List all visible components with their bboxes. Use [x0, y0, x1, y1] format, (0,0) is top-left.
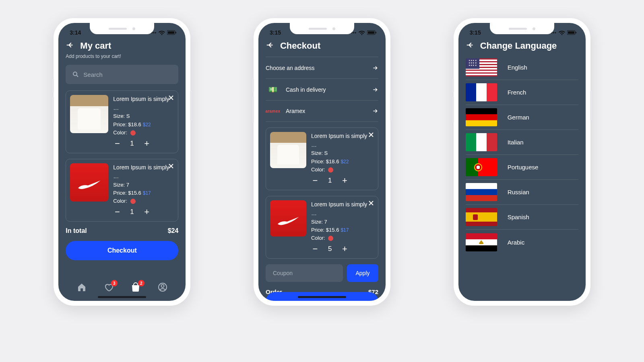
battery-icon — [367, 30, 377, 35]
svg-point-5 — [161, 285, 164, 288]
phone-checkout: 3:15 ••• Checkout Choose an address 💵 — [254, 18, 390, 306]
svg-rect-10 — [568, 31, 574, 34]
phone-cart: 3:14 ••• My cart Add products to your ca… — [54, 18, 190, 306]
language-row-spanish[interactable]: Spanish — [466, 205, 578, 230]
chevron-right-icon — [372, 65, 378, 71]
flag-ru — [466, 183, 497, 201]
coupon-input[interactable]: Coupon — [266, 264, 343, 282]
status-time: 3:15 — [270, 29, 281, 36]
color-swatch — [328, 236, 333, 241]
product-title: Lorem Ipsum is simply … — [113, 95, 174, 112]
qty-value: 1 — [130, 207, 134, 217]
flag-fr — [466, 83, 497, 101]
chevron-right-icon — [372, 86, 378, 93]
page-title: My cart — [80, 41, 111, 51]
qty-value: 1 — [328, 175, 332, 186]
option-shipping[interactable]: aramex Aramex — [266, 100, 378, 122]
total-value: $24 — [168, 227, 179, 234]
back-icon[interactable] — [66, 41, 74, 51]
qty-value: 1 — [130, 138, 134, 149]
cart-item: Lorem Ipsum is simply … Size: 7 Price: $… — [66, 159, 178, 222]
qty-increase[interactable]: + — [341, 245, 349, 253]
product-title: Lorem Ipsum is simply … — [113, 163, 174, 181]
search-placeholder: Search — [83, 71, 103, 78]
battery-icon — [167, 30, 177, 35]
product-thumb[interactable] — [70, 163, 108, 202]
svg-rect-2 — [175, 32, 176, 33]
language-row-german[interactable]: German — [466, 105, 578, 130]
product-thumb[interactable] — [270, 200, 306, 237]
nav-profile[interactable] — [158, 282, 167, 294]
home-icon — [77, 282, 87, 292]
flag-us — [466, 58, 497, 76]
status-time: 3:14 — [70, 29, 81, 36]
profile-icon — [158, 282, 167, 292]
qty-increase[interactable]: + — [341, 176, 349, 185]
product-thumb[interactable] — [270, 132, 306, 168]
bag-badge: 2 — [138, 280, 144, 286]
nav-home[interactable] — [77, 282, 87, 294]
flag-it — [466, 133, 497, 151]
flag-es — [466, 208, 497, 226]
svg-rect-8 — [376, 32, 376, 33]
qty-increase[interactable]: + — [143, 208, 151, 216]
notch — [90, 23, 154, 34]
checkout-item: Lorem Ipsum is simply … Size: 7 Price: $… — [266, 196, 378, 259]
wifi-icon — [159, 30, 165, 35]
svg-rect-1 — [168, 31, 174, 34]
language-row-arabic[interactable]: Arabic — [466, 230, 578, 255]
battery-icon — [567, 30, 577, 35]
color-swatch — [328, 167, 333, 173]
search-icon — [72, 71, 79, 78]
svg-point-3 — [73, 72, 77, 76]
wifi-icon — [559, 30, 565, 35]
search-input[interactable]: Search — [66, 65, 178, 84]
qty-decrease[interactable]: − — [113, 139, 121, 148]
product-title: Lorem Ipsum is simply … — [311, 132, 374, 149]
qty-increase[interactable]: + — [143, 139, 151, 148]
language-list: English French German Italian Portuguese — [466, 55, 578, 255]
svg-rect-7 — [368, 31, 374, 34]
page-title: Change Language — [480, 41, 557, 51]
option-address[interactable]: Choose an address — [266, 57, 378, 78]
language-row-english[interactable]: English — [466, 55, 578, 80]
chevron-right-icon — [372, 108, 378, 114]
back-icon[interactable] — [266, 41, 275, 51]
home-indicator[interactable] — [98, 296, 146, 298]
remove-icon[interactable] — [168, 95, 174, 102]
qty-decrease[interactable]: − — [113, 208, 121, 216]
wifi-icon — [359, 30, 365, 35]
cart-item: Lorem Ipsum is simply … Size: S Price: $… — [66, 90, 178, 153]
flag-pt — [466, 158, 497, 176]
qty-decrease[interactable]: − — [311, 176, 319, 185]
language-row-french[interactable]: French — [466, 80, 578, 105]
checkout-button[interactable]: Checkout — [66, 241, 178, 260]
fav-badge: 3 — [111, 280, 118, 286]
product-title: Lorem Ipsum is simply … — [311, 200, 374, 218]
color-swatch — [130, 199, 136, 204]
product-thumb[interactable] — [70, 95, 108, 133]
language-row-italian[interactable]: Italian — [466, 130, 578, 155]
nav-favorites[interactable]: 3 — [104, 282, 114, 294]
page-subtitle: Add products to your cart! — [66, 53, 178, 59]
remove-icon[interactable] — [368, 200, 374, 208]
remove-icon[interactable] — [168, 163, 174, 171]
back-icon[interactable] — [466, 41, 475, 51]
phone-language: 3:15 ••• Change Language English — [454, 18, 590, 306]
qty-decrease[interactable]: − — [311, 245, 319, 253]
page-title: Checkout — [280, 41, 320, 51]
qty-value: 5 — [328, 244, 332, 254]
remove-icon[interactable] — [368, 132, 374, 139]
bottom-nav: 3 2 — [58, 282, 186, 294]
option-payment[interactable]: 💵 Cash in delivery — [266, 78, 378, 100]
language-row-portuguese[interactable]: Portuguese — [466, 155, 578, 180]
nav-bag[interactable]: 2 — [131, 282, 140, 294]
apply-button[interactable]: Apply — [347, 264, 378, 282]
cash-icon: 💵 — [266, 85, 280, 94]
home-indicator[interactable] — [298, 296, 346, 298]
svg-rect-11 — [576, 32, 576, 33]
total-label: In total — [66, 227, 87, 234]
color-swatch — [130, 130, 136, 136]
status-time: 3:15 — [470, 29, 481, 36]
language-row-russian[interactable]: Russian — [466, 180, 578, 205]
